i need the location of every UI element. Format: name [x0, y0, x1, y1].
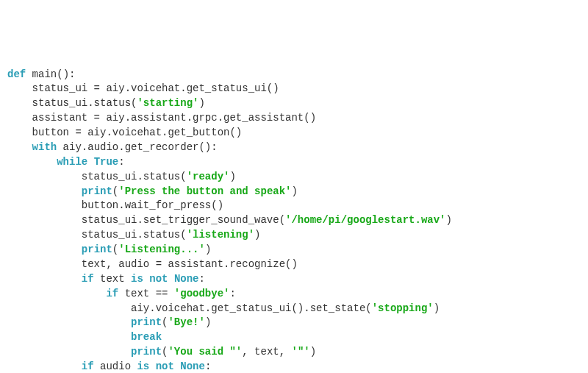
code-token: ) — [434, 302, 440, 314]
code-line: text, audio = assistant.recognize() — [7, 257, 581, 272]
code-token — [7, 244, 82, 255]
code-token: if — [106, 288, 118, 299]
code-line: status_ui.status('starting') — [7, 96, 581, 111]
code-line: print('Bye!') — [7, 316, 581, 330]
code-token: text — [94, 273, 131, 285]
code-token: ( — [112, 185, 118, 197]
code-token: print — [131, 316, 162, 328]
code-token — [7, 331, 131, 343]
code-token: '"' — [292, 346, 310, 358]
code-token: ) — [310, 346, 316, 358]
code-token — [7, 141, 32, 153]
code-token: ) — [254, 229, 260, 241]
code-token: audio — [94, 360, 137, 372]
code-token — [7, 273, 82, 285]
code-token: ) — [292, 185, 298, 197]
code-token: '/home/pi/googlestart.wav' — [285, 214, 445, 226]
code-token: None — [180, 360, 205, 372]
code-line: def main(): — [7, 68, 581, 82]
code-token: aiy.audio.get_recorder(): — [57, 141, 217, 153]
code-token: main(): — [26, 68, 75, 80]
code-line: with aiy.audio.get_recorder(): — [7, 141, 581, 155]
code-token: : — [205, 360, 211, 372]
code-line: aiy.voicehat.get_status_ui().set_state('… — [7, 302, 581, 316]
code-token: print — [82, 244, 112, 255]
code-line: assistant = aiy.assistant.grpc.get_assis… — [7, 111, 581, 126]
code-token: status_ui = aiy.voicehat.get_status_ui() — [7, 82, 279, 94]
code-token: 'Bye!' — [168, 316, 204, 328]
code-line: if audio is not None: — [7, 360, 581, 373]
code-token: 'stopping' — [372, 302, 434, 314]
code-line: break — [7, 330, 581, 345]
code-line: if text is not None: — [7, 272, 581, 287]
code-token: status_ui.status( — [7, 97, 137, 109]
code-line: print('Press the button and speak') — [7, 185, 581, 199]
code-token: ) — [229, 171, 235, 182]
code-token: status_ui.set_trigger_sound_wave( — [7, 214, 285, 226]
code-token: 'goodbye' — [174, 288, 230, 299]
code-token — [87, 156, 93, 168]
code-token: 'starting' — [137, 97, 198, 109]
code-token: ) — [198, 97, 204, 109]
code-line: print('Listening...') — [7, 243, 581, 257]
code-line: status_ui.status('listening') — [7, 228, 581, 243]
code-token: ( — [112, 244, 118, 255]
code-token: is not — [137, 360, 173, 372]
code-token: 'You said "' — [168, 346, 242, 358]
code-token: aiy.voicehat.get_status_ui().set_state( — [7, 302, 372, 314]
code-token: button.wait_for_press() — [7, 199, 223, 211]
code-token — [7, 156, 57, 168]
code-line: button = aiy.voicehat.get_button() — [7, 126, 581, 141]
code-token: if — [82, 360, 94, 372]
code-token: ) — [205, 244, 211, 255]
code-token — [168, 273, 173, 285]
code-token: with — [32, 141, 57, 153]
code-token: text == — [118, 288, 174, 299]
code-token: is not — [131, 273, 168, 285]
code-token: : — [199, 273, 205, 285]
code-token: while — [57, 156, 87, 168]
code-line: status_ui.set_trigger_sound_wave('/home/… — [7, 213, 581, 228]
code-token — [7, 316, 131, 328]
code-token: 'ready' — [187, 171, 230, 182]
code-token: if — [82, 273, 94, 285]
code-token: ) — [446, 214, 452, 226]
code-line: if text == 'goodbye': — [7, 287, 581, 302]
code-block: def main(): status_ui = aiy.voicehat.get… — [7, 68, 581, 374]
code-token: status_ui.status( — [7, 229, 187, 241]
code-token — [7, 288, 106, 299]
code-token: print — [82, 185, 112, 197]
code-token: ) — [205, 316, 211, 328]
code-token: : — [118, 156, 124, 168]
code-token: : — [229, 288, 235, 299]
code-token: assistant = aiy.assistant.grpc.get_assis… — [7, 112, 316, 124]
code-token: 'Press the button and speak' — [118, 185, 291, 197]
code-token: True — [94, 156, 119, 168]
code-line: print('You said "', text, '"') — [7, 345, 581, 360]
code-token: button = aiy.voicehat.get_button() — [7, 127, 242, 138]
code-token: 'Listening...' — [118, 244, 205, 255]
code-token: break — [131, 331, 162, 343]
code-token: , text, — [242, 346, 291, 358]
code-token: print — [131, 346, 162, 358]
code-line: status_ui = aiy.voicehat.get_status_ui() — [7, 82, 581, 96]
code-token: def — [7, 68, 26, 80]
code-line: status_ui.status('ready') — [7, 170, 581, 185]
code-line: while True: — [7, 155, 581, 170]
code-token — [7, 346, 131, 358]
code-line: button.wait_for_press() — [7, 199, 581, 213]
code-token: text, audio = assistant.recognize() — [7, 258, 298, 270]
code-token — [7, 185, 82, 197]
code-token: None — [174, 273, 199, 285]
code-token: status_ui.status( — [7, 171, 187, 182]
code-token: 'listening' — [187, 229, 254, 241]
code-token — [7, 360, 82, 372]
